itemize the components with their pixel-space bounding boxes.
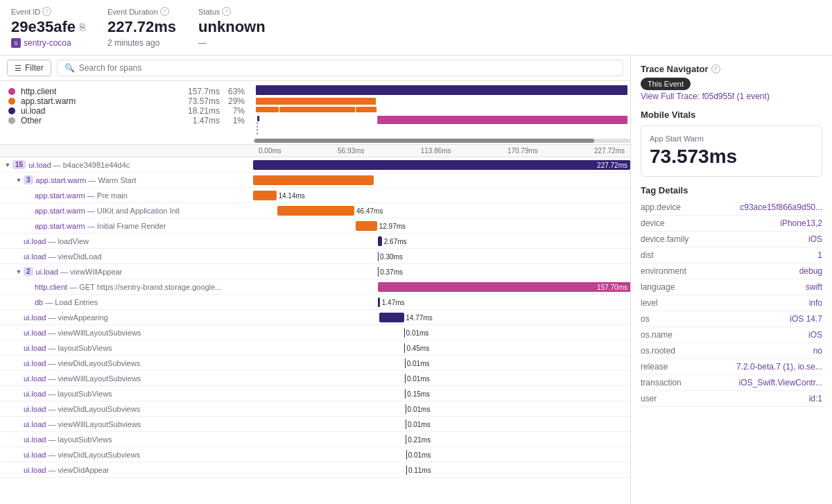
span-bar-cell: 0.45ms — [253, 340, 630, 356]
legend-dot — [8, 107, 15, 114]
tag-value[interactable]: debug — [799, 266, 822, 276]
span-duration: 0.01ms — [408, 421, 431, 428]
span-row[interactable]: http.client — GET https://sentry-brand.s… — [0, 279, 630, 295]
span-bar-cell: 0.01ms — [253, 417, 630, 432]
span-name-cell: ui.load — layoutSubViews — [0, 386, 253, 401]
span-bar — [356, 221, 377, 231]
tag-details-title: Tag Details — [641, 185, 822, 195]
project-badge[interactable]: S sentry-cocoa — [11, 38, 85, 48]
scale-label: 170.79ms — [508, 147, 538, 155]
tag-value[interactable]: info — [809, 298, 822, 308]
span-row[interactable]: ui.load — viewWillLayoutSubviews0.01ms — [0, 371, 630, 386]
legend-time: 18.21ms — [181, 106, 220, 116]
span-row[interactable]: ui.load — layoutSubViews0.21ms — [0, 432, 630, 447]
span-name-cell: app.start.warm — UIKit and Application I… — [0, 203, 253, 218]
legend-dot — [8, 88, 15, 95]
span-row[interactable]: ui.load — loadView2.67ms — [0, 234, 630, 249]
span-name-cell: ▼2ui.load — viewWillAppear — [0, 264, 253, 279]
tag-row: environment debug — [641, 263, 822, 279]
tag-value[interactable]: no — [813, 346, 822, 356]
tag-value[interactable]: 1 — [817, 250, 822, 260]
span-duration: 0.01ms — [407, 360, 430, 367]
trace-navigator: Trace Navigator ? This Event View Full T… — [641, 64, 822, 101]
span-name-cell: ui.load — loadView — [0, 234, 253, 248]
legend-pct: 63% — [225, 87, 245, 96]
tag-row: release 7.2.0-beta.7 (1), io.se... — [641, 359, 822, 375]
span-row[interactable]: ui.load — viewDidLoad0.30ms — [0, 249, 630, 264]
span-row[interactable]: ui.load — viewWillLayoutSubviews0.01ms — [0, 325, 630, 340]
span-bar — [379, 313, 404, 322]
tag-value[interactable]: iOS_Swift.ViewContr... — [739, 378, 823, 388]
span-bar-cell: 0.15ms — [253, 386, 630, 401]
span-row[interactable]: ui.load — viewDidLayoutSubviews0.01ms — [0, 447, 630, 462]
span-toggle[interactable]: ▼ — [14, 267, 24, 277]
search-input[interactable] — [79, 63, 616, 73]
tag-value[interactable]: iOS 14.7 — [790, 314, 822, 324]
span-duration: 12.97ms — [379, 223, 406, 230]
tag-value[interactable]: swift — [806, 282, 822, 292]
span-name-cell: ui.load — viewDidLoad — [0, 249, 253, 263]
span-name-cell: db — Load Entries — [0, 295, 253, 309]
span-row[interactable]: db — Load Entries1.47ms — [0, 295, 630, 310]
span-row[interactable]: ui.load — viewDidLayoutSubviews0.01ms — [0, 401, 630, 417]
svg-rect-2 — [256, 107, 279, 112]
tag-value[interactable]: iOS — [808, 330, 822, 340]
span-row[interactable]: ▼3app.start.warm — Warm Start73.57ms — [0, 173, 630, 188]
span-row[interactable]: ▼15ui.load — b4ace34981e44d4c227.72ms — [0, 157, 630, 173]
legend-name: http.client — [21, 87, 175, 96]
legend-dot — [8, 98, 15, 105]
copy-icon[interactable]: ⎘ — [80, 21, 85, 33]
span-bar-cell: 14.14ms — [253, 188, 630, 203]
left-panel: ☰ Filter 🔍 http.client 157.7ms 63% app.s… — [0, 55, 631, 504]
span-row[interactable]: ui.load — layoutSubViews0.15ms — [0, 386, 630, 401]
legend-pct: 7% — [225, 106, 245, 116]
svg-rect-5 — [377, 116, 627, 124]
span-label: ui.load — layoutSubViews — [24, 390, 112, 398]
tag-key: os.name — [641, 330, 808, 340]
span-toggle[interactable]: ▼ — [14, 175, 24, 185]
span-row[interactable]: app.start.warm — Initial Frame Render12.… — [0, 218, 630, 234]
svg-rect-4 — [356, 107, 376, 112]
timeline-scale-row: 0.00ms56.93ms113.86ms170.79ms227.72ms — [0, 145, 630, 157]
span-bar-cell: 12.97ms — [253, 218, 630, 234]
span-name-cell: app.start.warm — Initial Frame Render — [0, 218, 253, 233]
tag-row: device iPhone13,2 — [641, 216, 822, 232]
span-row[interactable]: ui.load — viewAppearing14.77ms — [0, 310, 630, 325]
span-row[interactable]: ▼2ui.load — viewWillAppear0.37ms — [0, 264, 630, 279]
span-name-cell: ui.load — viewWillLayoutSubviews — [0, 371, 253, 385]
span-toggle[interactable]: ▼ — [3, 160, 12, 170]
span-duration: 0.01ms — [406, 329, 429, 337]
tag-key: level — [641, 298, 809, 308]
tag-row: user id:1 — [641, 391, 822, 407]
event-duration-ago: 2 minutes ago — [107, 38, 176, 48]
span-bar-cell: 0.11ms — [253, 462, 630, 478]
span-row[interactable]: app.start.warm — Pre main14.14ms — [0, 188, 630, 203]
span-row[interactable]: ui.load — viewWillLayoutSubviews0.01ms — [0, 417, 630, 432]
project-name: sentry-cocoa — [24, 38, 71, 48]
tag-value[interactable]: id:1 — [809, 394, 822, 403]
span-row[interactable]: ui.load — viewDidAppear0.11ms — [0, 462, 630, 478]
event-id-question-icon[interactable]: ? — [42, 7, 51, 16]
span-duration: 1.47ms — [382, 299, 405, 306]
duration-question-icon[interactable]: ? — [160, 7, 169, 16]
span-name-cell: ui.load — viewWillLayoutSubviews — [0, 325, 253, 340]
span-row[interactable]: ui.load — layoutSubViews0.45ms — [0, 340, 630, 356]
status-question-icon[interactable]: ? — [222, 7, 231, 16]
span-row[interactable]: app.start.warm — UIKit and Application I… — [0, 203, 630, 218]
span-count-badge: 3 — [24, 175, 33, 184]
span-row[interactable]: ui.load — viewDidLayoutSubviews0.01ms — [0, 356, 630, 371]
tag-key: language — [641, 282, 806, 292]
tag-value[interactable]: c93ace15f866a9d50... — [740, 202, 822, 212]
view-full-trace-link[interactable]: View Full Trace: f05d955f (1 event) — [641, 92, 822, 101]
tag-value[interactable]: 7.2.0-beta.7 (1), io.se... — [736, 362, 822, 372]
svg-rect-0 — [256, 85, 627, 95]
tag-value[interactable]: iPhone13,2 — [780, 218, 822, 228]
spans-list: ▼15ui.load — b4ace34981e44d4c227.72ms▼3a… — [0, 157, 630, 504]
span-label: app.start.warm — Pre main — [35, 191, 128, 200]
filter-button[interactable]: ☰ Filter — [7, 60, 51, 76]
span-label: ui.load — viewDidLayoutSubviews — [24, 405, 140, 413]
span-duration: 2.67ms — [384, 238, 407, 245]
search-box[interactable]: 🔍 — [57, 60, 623, 76]
tag-value[interactable]: iOS — [808, 234, 822, 244]
trace-navigator-question-icon[interactable]: ? — [711, 64, 720, 73]
